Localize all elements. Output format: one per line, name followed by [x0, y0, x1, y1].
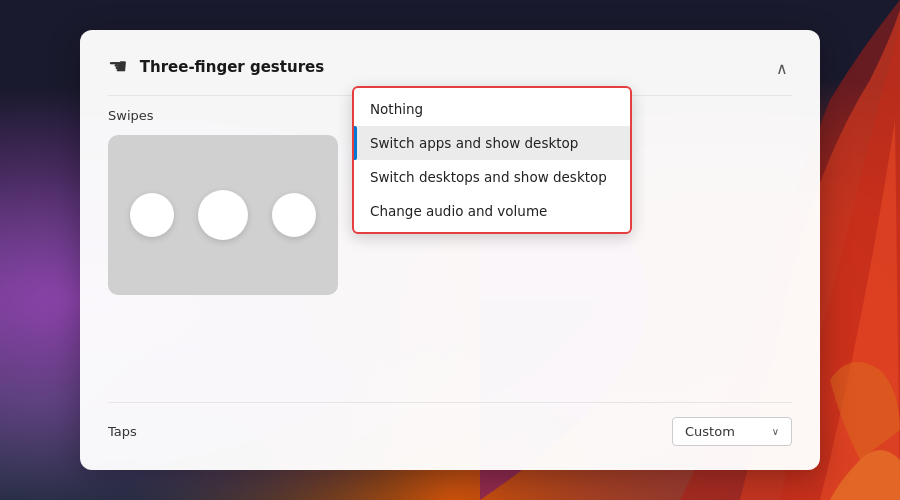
finger-dot-2: [198, 190, 248, 240]
finger-dot-1: [130, 193, 174, 237]
custom-dropdown-value: Custom: [685, 424, 735, 439]
main-content: Swipes Nothing Switch apps and show de: [108, 96, 792, 386]
settings-panel: ☚ Three-finger gestures ∧ Swipes: [80, 30, 820, 470]
section-title: Three-finger gestures: [140, 58, 324, 76]
dropdown-item-switch-desktops[interactable]: Switch desktops and show desktop: [354, 160, 630, 194]
dropdown-item-change-audio[interactable]: Change audio and volume: [354, 194, 630, 228]
taps-label: Taps: [108, 424, 137, 439]
swipe-dropdown[interactable]: Nothing Switch apps and show desktop Swi…: [352, 86, 632, 234]
dropdown-item-nothing[interactable]: Nothing: [354, 92, 630, 126]
bottom-section: Taps Custom ∨: [108, 402, 792, 446]
section-title-row: ☚ Three-finger gestures: [108, 54, 324, 79]
finger-dot-3: [272, 193, 316, 237]
left-side: Swipes: [108, 96, 338, 386]
gesture-preview: [108, 135, 338, 295]
chevron-down-icon: ∨: [772, 426, 779, 437]
right-side: Nothing Switch apps and show desktop Swi…: [362, 96, 792, 386]
dropdown-item-switch-show[interactable]: Switch apps and show desktop: [354, 126, 630, 160]
swipes-label: Swipes: [108, 108, 338, 123]
selected-indicator: [354, 126, 357, 160]
taps-custom-dropdown[interactable]: Custom ∨: [672, 417, 792, 446]
hand-icon: ☚: [108, 54, 128, 79]
chevron-up-icon[interactable]: ∧: [776, 59, 792, 75]
